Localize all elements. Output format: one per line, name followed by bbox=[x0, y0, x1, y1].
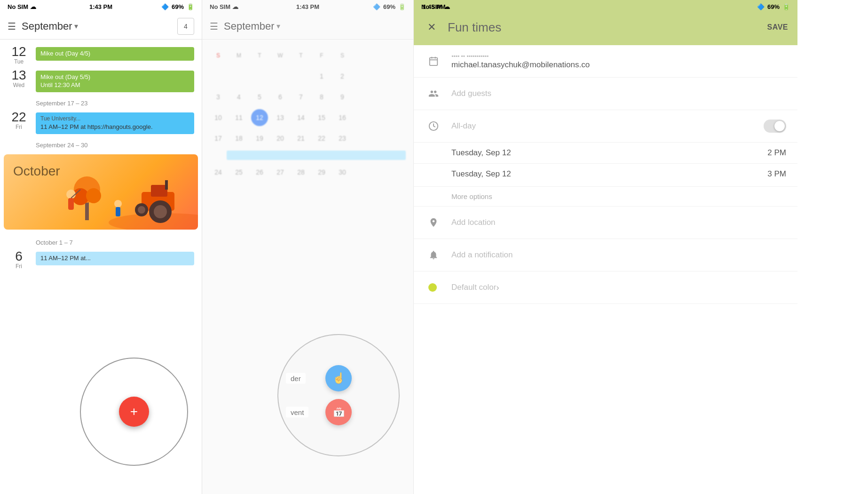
grid-day[interactable] bbox=[230, 68, 247, 85]
today-button[interactable]: 4 bbox=[177, 18, 194, 35]
people-icon bbox=[425, 85, 442, 102]
more-options-row[interactable]: More options bbox=[414, 187, 797, 207]
grid-day[interactable]: 29 bbox=[313, 164, 330, 181]
end-time[interactable]: 3 PM bbox=[767, 169, 786, 179]
menu-icon[interactable]: ☰ bbox=[8, 21, 16, 32]
grid-day[interactable]: 3 bbox=[210, 88, 227, 105]
reminder-fab-button[interactable]: ☝ bbox=[325, 365, 352, 391]
grid-day[interactable]: 15 bbox=[313, 109, 330, 126]
week-sep-17-23: September 17 – 23 bbox=[0, 94, 202, 109]
grid-day-today[interactable]: 12 bbox=[251, 109, 268, 126]
grid-day[interactable] bbox=[292, 68, 309, 85]
allday-toggle[interactable] bbox=[764, 120, 786, 133]
event-oct6[interactable]: 11 AM–12 PM at... bbox=[36, 252, 194, 265]
grid-day[interactable]: 18 bbox=[230, 130, 247, 147]
calendar-row[interactable]: ▪▪▪▪ ▪▪ ▪▪▪▪▪▪▪▪▪▪▪ michael.tanasychuk@m… bbox=[414, 45, 797, 78]
more-options-label[interactable]: More options bbox=[451, 192, 492, 200]
grid-day[interactable]: 6 bbox=[272, 88, 289, 105]
start-date[interactable]: Tuesday, Sep 12 bbox=[451, 148, 511, 158]
start-time[interactable]: 2 PM bbox=[767, 148, 786, 158]
grid-day[interactable]: 28 bbox=[292, 164, 309, 181]
svg-point-16 bbox=[114, 200, 122, 207]
event-hangout-22[interactable]: Tue University... 11 AM–12 PM at https:/… bbox=[36, 112, 194, 134]
event-fab-button[interactable]: 📅 bbox=[325, 399, 352, 425]
grid-day[interactable]: 16 bbox=[334, 109, 351, 126]
month-title-p2: September ▾ bbox=[224, 20, 406, 32]
close-button[interactable]: ✕ bbox=[423, 19, 440, 36]
grid-day[interactable]: 9 bbox=[334, 88, 351, 105]
add-guests-row[interactable]: Add guests bbox=[414, 78, 797, 110]
add-notification-row[interactable]: Add a notification bbox=[414, 239, 797, 271]
no-sim-label-p1: No SIM ☁ bbox=[8, 3, 36, 10]
app-header-p1: ☰ September ▾ 4 bbox=[0, 13, 202, 40]
end-time-row[interactable]: Tuesday, Sep 12 3 PM bbox=[414, 164, 797, 187]
svg-rect-18 bbox=[430, 58, 438, 66]
end-date[interactable]: Tuesday, Sep 12 bbox=[451, 169, 511, 179]
time-p1: 1:43 PM bbox=[89, 3, 112, 10]
grid-day[interactable]: 26 bbox=[251, 164, 268, 181]
date-label-6: 6 Fri bbox=[8, 250, 30, 270]
events-col-12: Mike out (Day 4/5) bbox=[36, 45, 194, 61]
grid-day[interactable]: 11 bbox=[230, 109, 247, 126]
grid-header-f: F bbox=[313, 47, 330, 64]
date-label-12: 12 Tue bbox=[8, 45, 30, 65]
grid-day[interactable]: 4 bbox=[230, 88, 247, 105]
default-color-row[interactable]: Default color › bbox=[414, 271, 797, 304]
calendar-plus-icon: 📅 bbox=[332, 406, 345, 418]
grid-day[interactable]: 7 bbox=[292, 88, 309, 105]
grid-day[interactable]: 14 bbox=[292, 109, 309, 126]
date-label-13: 13 Wed bbox=[8, 69, 30, 88]
reminder-icon: ☝ bbox=[332, 372, 345, 384]
event-title-field[interactable]: Fun times bbox=[440, 20, 767, 35]
day-number-6: 6 bbox=[8, 250, 30, 263]
grid-day[interactable]: 13 bbox=[272, 109, 289, 126]
event-mike-day4[interactable]: Mike out (Day 4/5) bbox=[36, 47, 194, 61]
grid-day[interactable]: 1 bbox=[313, 68, 330, 85]
grid-day[interactable]: 5 bbox=[251, 88, 268, 105]
battery-label-p1: 69% bbox=[172, 3, 184, 10]
app-header-p2: ☰ September ▾ bbox=[202, 13, 413, 40]
add-location-row[interactable]: Add location bbox=[414, 207, 797, 239]
grid-day[interactable]: 25 bbox=[230, 164, 247, 181]
grid-day[interactable]: 10 bbox=[210, 109, 227, 126]
grid-day[interactable]: 27 bbox=[272, 164, 289, 181]
grid-day[interactable] bbox=[272, 68, 289, 85]
event-mike-day5[interactable]: Mike out (Day 5/5) Until 12:30 AM bbox=[36, 71, 194, 92]
grid-week-1: 1 2 bbox=[210, 68, 406, 85]
grid-day[interactable]: 19 bbox=[251, 130, 268, 147]
fab-add-button[interactable]: + bbox=[119, 397, 149, 427]
event-label: vent bbox=[286, 407, 308, 418]
save-button[interactable]: SAVE bbox=[767, 23, 788, 32]
grid-day[interactable]: 21 bbox=[292, 130, 309, 147]
day-number-12: 12 bbox=[8, 45, 30, 58]
grid-day[interactable]: 30 bbox=[334, 164, 351, 181]
grid-day[interactable]: 2 bbox=[334, 68, 351, 85]
grid-week-4: 17 18 19 20 21 22 23 bbox=[210, 130, 406, 147]
grid-day[interactable]: 20 bbox=[272, 130, 289, 147]
today-date: 4 bbox=[184, 23, 188, 30]
grid-day[interactable] bbox=[210, 68, 227, 85]
reminder-label: der bbox=[286, 373, 306, 384]
add-notification-label: Add a notification bbox=[451, 250, 513, 260]
month-label: September bbox=[22, 20, 72, 32]
grid-day[interactable]: 8 bbox=[313, 88, 330, 105]
month-title[interactable]: September ▾ bbox=[22, 20, 172, 32]
event-time-22: 11 AM–12 PM at https://hangouts.google. bbox=[40, 123, 189, 131]
fab-menu-overlay: der ☝ vent 📅 bbox=[277, 334, 400, 456]
grid-day[interactable]: 17 bbox=[210, 130, 227, 147]
grid-day[interactable]: 22 bbox=[313, 130, 330, 147]
event-editor-header: ✕ Fun times SAVE bbox=[414, 13, 797, 45]
grid-day[interactable]: 23 bbox=[334, 130, 351, 147]
october-banner: October bbox=[4, 154, 198, 230]
menu-icon-p2[interactable]: ☰ bbox=[210, 21, 218, 32]
grid-day[interactable]: 24 bbox=[210, 164, 227, 181]
allday-row[interactable]: All-day bbox=[414, 110, 797, 143]
battery-label-p3: 69% bbox=[767, 3, 780, 10]
events-col-22: Tue University... 11 AM–12 PM at https:/… bbox=[36, 111, 194, 134]
grid-day[interactable] bbox=[251, 68, 268, 85]
editor-body: ▪▪▪▪ ▪▪ ▪▪▪▪▪▪▪▪▪▪▪ michael.tanasychuk@m… bbox=[414, 45, 797, 494]
calendar-info: ▪▪▪▪ ▪▪ ▪▪▪▪▪▪▪▪▪▪▪ michael.tanasychuk@m… bbox=[451, 53, 786, 70]
start-time-row[interactable]: Tuesday, Sep 12 2 PM bbox=[414, 143, 797, 164]
end-time-entry: Tuesday, Sep 12 3 PM bbox=[451, 169, 786, 179]
calendar-owner-meta: ▪▪▪▪ ▪▪ ▪▪▪▪▪▪▪▪▪▪▪ bbox=[451, 53, 786, 59]
